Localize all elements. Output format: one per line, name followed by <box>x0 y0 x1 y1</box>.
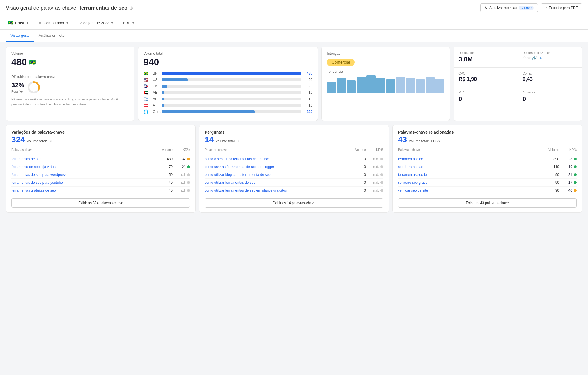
country-flag-UK: 🇬🇧 <box>144 84 150 89</box>
kd-dot <box>187 165 190 168</box>
show-all-questions-button[interactable]: Exibir as 14 palavras-chave <box>205 198 383 208</box>
keyword-volume: 50 <box>155 173 176 177</box>
serp-icons: ☆ ☆ 🔗 +4 <box>523 56 577 60</box>
tabs-bar: Visão geral Análise em lote <box>0 30 588 42</box>
trend-bar <box>376 78 385 93</box>
kd-dot <box>187 158 190 160</box>
country-bar-bg-US <box>162 78 302 81</box>
related-vol-label: Volume total: <box>409 139 429 143</box>
kd-nd: n.d. <box>180 188 186 192</box>
country-code-US: US <box>153 78 159 82</box>
var-header-kd: KD% <box>176 148 190 151</box>
kd-sub: Possível <box>11 90 24 93</box>
table-row: seo ferramentas 110 19 <box>398 163 577 171</box>
kd-nd: n.d. <box>180 173 186 177</box>
main-content: Volume 480 🇧🇷 Dificuldade da palavra-cha… <box>0 42 588 217</box>
table-row: como utilizar ferramentas de seo em plan… <box>205 187 383 194</box>
table-row: como o seo ajuda ferramentas de análise … <box>205 155 383 163</box>
country-row: 🇺🇸 US 90 <box>144 77 313 82</box>
intention-label: Intenção <box>327 52 444 56</box>
keyword-link[interactable]: software seo gratis <box>398 181 542 185</box>
tab-visao-geral[interactable]: Visão geral <box>6 30 34 42</box>
serp-label: Recursos de SERP <box>523 51 577 54</box>
r-header-kw: Palavras-chave <box>398 148 542 151</box>
related-rows: ferramentas seo 390 23 seo ferramentas 1… <box>398 155 577 194</box>
trend-bar <box>386 79 395 93</box>
keyword-link[interactable]: como utilizar ferramentas de seo em plan… <box>205 188 348 192</box>
trend-bar <box>426 77 435 93</box>
keyword-link[interactable]: ferramentas de seo <box>11 157 155 161</box>
keyword-link[interactable]: como utilizar blog como ferramenta de se… <box>205 173 348 177</box>
cpc-value: R$ 1,90 <box>458 76 513 82</box>
tab-analise-em-lote[interactable]: Análise em lote <box>34 30 69 42</box>
comp-cell: Comp. 0,43 <box>518 68 582 86</box>
volume-value: 480 🇧🇷 <box>11 57 129 68</box>
keyword-link[interactable]: como o seo ajuda ferramentas de análise <box>205 157 348 161</box>
keyword-link[interactable]: verificar seo de site <box>398 188 542 192</box>
keyword-link[interactable]: como usar as ferramentas de seo do blogg… <box>205 165 348 169</box>
currency-label: BRL <box>123 21 130 25</box>
country-code-UK: UK <box>153 84 159 88</box>
device-filter[interactable]: 🖥 Computador ▼ <box>36 20 71 26</box>
country-filter[interactable]: 🇧🇷 Brasil ▼ <box>6 19 31 26</box>
serp-plus-badge: +4 <box>538 56 542 60</box>
keyword-volume: 0 <box>348 157 369 161</box>
keyword-volume: 0 <box>348 173 369 177</box>
country-val-AT: 10 <box>304 103 312 107</box>
country-flag-AE: 🇦🇪 <box>144 90 150 95</box>
keyword-link[interactable]: ferramentas gratuitas de seo <box>11 188 155 192</box>
q-header-vol: Volume <box>348 148 369 151</box>
kd-dot <box>187 181 190 184</box>
export-pdf-button[interactable]: ↑ Exportar para PDF <box>541 3 582 12</box>
kd-nd: n.d. <box>373 165 379 169</box>
keyword-link[interactable]: ferramentas de seo para wordpress <box>11 173 155 177</box>
refresh-counter: 5/1.000 <box>519 6 534 10</box>
keyword-kd: 40 <box>562 188 577 192</box>
keyword-link[interactable]: ferramenta de seo loja virtual <box>11 165 155 169</box>
comp-value: 0,43 <box>523 76 577 82</box>
volume-total-card: Volume total 940 🇧🇷 BR 480 🇺🇸 US 90 🇬🇧 U… <box>138 47 318 121</box>
keyword-kd: 23 <box>562 157 577 161</box>
kd-dot <box>574 189 577 192</box>
keyword-link[interactable]: ferramentas seo <box>398 157 542 161</box>
kd-dot <box>574 158 577 160</box>
table-row: ferramentas gratuitas de seo 40 n.d. <box>11 187 190 194</box>
keyword-link[interactable]: ferramentas seo br <box>398 173 542 177</box>
table-row: software seo gratis 90 17 <box>398 179 577 187</box>
anuncios-label: Anúncios <box>523 91 577 94</box>
country-code-Outr...: Outr... <box>153 110 159 114</box>
keyword-volume: 480 <box>155 157 176 161</box>
device-icon: 🖥 <box>38 21 42 25</box>
kd-dot <box>380 158 383 160</box>
keyword-kd: 21 <box>176 165 190 169</box>
kd-label: Dificuldade da palavra-chave <box>11 75 129 79</box>
country-chevron-icon: ▼ <box>26 21 29 24</box>
country-row: 🇦🇪 AE 10 <box>144 90 313 95</box>
show-all-related-button[interactable]: Exibir as 43 palavras-chave <box>398 198 577 208</box>
q-header-kd: KD% <box>369 148 383 151</box>
var-header-kw: Palavras-chave <box>11 148 155 151</box>
date-filter[interactable]: 13 de jan. de 2023 ▼ <box>76 20 116 26</box>
table-row: como usar as ferramentas de seo do blogg… <box>205 163 383 171</box>
variations-count: 324 <box>11 135 25 144</box>
keyword-link[interactable]: como utilizar ferramentas de seo <box>205 181 348 185</box>
date-label: 13 de jan. de 2023 <box>78 21 109 25</box>
keyword-link[interactable]: seo ferramentas <box>398 165 542 169</box>
keyword-volume: 70 <box>155 165 176 169</box>
keyword-volume: 0 <box>348 165 369 169</box>
add-keyword-icon[interactable]: ⊕ <box>129 5 133 11</box>
country-flag-US: 🇺🇸 <box>144 77 150 82</box>
currency-chevron-icon: ▼ <box>132 21 135 24</box>
refresh-metrics-button[interactable]: ↻ Atualizar métricas 5/1.000 <box>480 3 538 12</box>
keyword-link[interactable]: ferramentas de seo para youtube <box>11 181 155 185</box>
country-val-Outr...: 320 <box>304 110 312 114</box>
show-all-variations-button[interactable]: Exibir as 324 palavras-chave <box>11 198 190 208</box>
country-row: 🇧🇷 BR 480 <box>144 71 313 76</box>
currency-filter[interactable]: BRL ▼ <box>121 20 137 26</box>
country-bar-bg-AT <box>162 104 302 107</box>
country-bar-bg-UK <box>162 85 302 88</box>
top-bar: Visão geral de palavras-chave: ferrament… <box>0 0 588 16</box>
keyword-kd: 21 <box>562 173 577 177</box>
keyword-kd: n.d. <box>176 173 190 177</box>
metrics-row: Volume 480 🇧🇷 Dificuldade da palavra-cha… <box>6 47 582 121</box>
